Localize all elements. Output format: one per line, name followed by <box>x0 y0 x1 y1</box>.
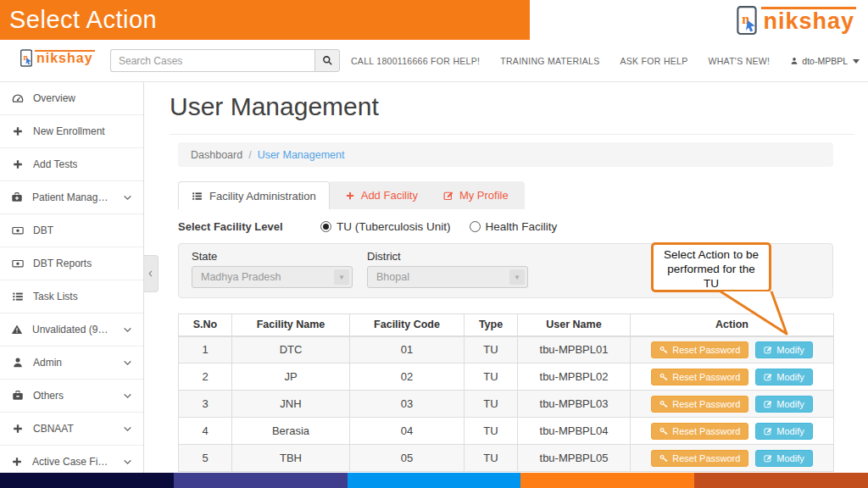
chevron-down-icon <box>123 358 132 368</box>
cell-sno: 5 <box>179 445 232 472</box>
nikshay-logo-small[interactable]: n nikshay <box>20 49 95 67</box>
tab-my-profile[interactable]: My Profile <box>431 189 521 202</box>
cell-sno: 1 <box>179 336 232 363</box>
warning-icon <box>11 324 23 336</box>
page-banner: Select Action <box>0 0 530 40</box>
key-icon <box>659 400 668 408</box>
sidebar-item-patient-management[interactable]: Patient Management <box>0 181 143 214</box>
cell-type: TU <box>465 363 518 391</box>
radio-health-facility[interactable]: Health Facility <box>470 220 558 233</box>
tab-add-facility[interactable]: Add Facility <box>332 189 431 202</box>
key-icon <box>659 346 668 354</box>
radio-icon <box>320 221 331 232</box>
state-label: State <box>192 250 353 263</box>
table-header-row: S.No Facility Name Facility Code Type Us… <box>179 314 834 336</box>
sidebar-item-dbt[interactable]: DBT <box>0 214 143 247</box>
pencil-square-icon <box>764 373 772 381</box>
header-action: Action <box>631 314 834 336</box>
sidebar: Overview New Enrollment Add Tests Patien… <box>0 82 144 473</box>
cell-type: TU <box>465 391 518 418</box>
sidebar-item-others[interactable]: Others <box>0 380 143 413</box>
reset-password-button[interactable]: Reset Password <box>651 396 748 413</box>
radio-tu[interactable]: TU (Tuberculosis Unit) <box>320 220 451 233</box>
key-icon <box>659 454 668 463</box>
chevron-down-icon <box>123 325 132 335</box>
district-label: District <box>367 250 528 263</box>
modify-button[interactable]: Modify <box>755 423 812 440</box>
sidebar-item-admin[interactable]: Admin <box>0 347 143 380</box>
cell-facility-code: 01 <box>350 336 465 363</box>
link-training-materials[interactable]: TRAINING MATERIALS <box>500 56 599 66</box>
chevron-down-icon <box>123 391 132 401</box>
gauge-icon <box>12 92 24 104</box>
cell-facility-name: JP <box>232 363 350 391</box>
chevron-down-icon <box>123 458 132 467</box>
sidebar-item-active-case-finding[interactable]: Active Case Finding <box>0 446 143 473</box>
table-row: 2 JP 02 TU tbu-MPBPL02 Reset PasswordMod… <box>179 363 834 391</box>
main-content: User Management Dashboard / User Managem… <box>144 82 868 473</box>
breadcrumb-user-management[interactable]: User Management <box>258 149 345 161</box>
cell-user-name: tbu-MPBPL03 <box>518 391 631 418</box>
user-menu[interactable]: dto-MPBPL <box>790 56 860 66</box>
district-select[interactable]: Bhopal ▾ <box>367 266 528 288</box>
breadcrumb-dashboard[interactable]: Dashboard <box>191 149 242 161</box>
modify-button[interactable]: Modify <box>755 450 812 467</box>
reset-password-button[interactable]: Reset Password <box>651 450 748 467</box>
facility-level-row: Select Facility Level TU (Tuberculosis U… <box>178 218 557 235</box>
cell-user-name: tbu-MPBPL02 <box>518 363 631 391</box>
cell-type: TU <box>465 418 518 445</box>
search-input[interactable] <box>110 49 314 72</box>
link-whats-new[interactable]: WHAT'S NEW! <box>709 56 771 66</box>
cell-type: TU <box>465 445 518 472</box>
medkit-icon <box>11 191 23 203</box>
caret-down-icon <box>853 59 860 64</box>
cell-sno: 3 <box>179 391 232 418</box>
chevron-down-icon: ▾ <box>334 269 349 285</box>
reset-password-button[interactable]: Reset Password <box>651 423 748 440</box>
reset-password-button[interactable]: Reset Password <box>651 341 748 358</box>
sidebar-item-task-lists[interactable]: Task Lists <box>0 280 143 313</box>
pencil-square-icon <box>764 346 772 354</box>
radio-icon <box>470 221 481 232</box>
state-select[interactable]: Madhya Pradesh ▾ <box>192 266 353 288</box>
sidebar-item-overview[interactable]: Overview <box>0 82 143 115</box>
chevron-down-icon <box>123 424 132 434</box>
reset-password-button[interactable]: Reset Password <box>651 369 748 385</box>
list-icon <box>12 291 24 302</box>
footer-segment <box>174 473 348 488</box>
chevron-left-icon <box>147 269 155 279</box>
sidebar-item-dbt-reports[interactable]: DBT Reports <box>0 247 143 280</box>
table-row: 1 DTC 01 TU tbu-MPBPL01 Reset PasswordMo… <box>179 336 834 363</box>
banner-title: Select Action <box>9 6 157 34</box>
link-ask-for-help[interactable]: ASK FOR HELP <box>620 56 687 66</box>
chevron-down-icon <box>123 193 132 202</box>
nikshay-logo: n nikshay <box>737 4 856 36</box>
banknote-icon <box>12 258 24 269</box>
pencil-square-icon <box>764 427 772 435</box>
link-call-help[interactable]: CALL 1800116666 FOR HELP! <box>351 56 480 66</box>
tab-bar: Facility Administration Add Facility My … <box>178 181 525 209</box>
brand-wordmark: nikshay <box>35 50 95 66</box>
breadcrumb: Dashboard / User Management <box>178 142 833 167</box>
tablet-icon: n <box>20 49 32 67</box>
search-button[interactable] <box>314 49 340 72</box>
modify-button[interactable]: Modify <box>755 396 812 413</box>
footer-segment <box>520 473 694 488</box>
sidebar-item-cbnaat[interactable]: CBNAAT <box>0 413 143 446</box>
footer-segment <box>348 473 521 488</box>
cell-user-name: tbu-MPBPL04 <box>518 418 631 445</box>
cell-facility-code: 02 <box>350 363 465 391</box>
cell-user-name: tbu-MPBPL01 <box>518 336 631 363</box>
plus-icon <box>12 158 24 170</box>
tab-facility-administration[interactable]: Facility Administration <box>178 181 330 209</box>
modify-button[interactable]: Modify <box>755 369 812 385</box>
footer-segment <box>0 473 174 488</box>
sidebar-item-new-enrollment[interactable]: New Enrollment <box>0 115 143 148</box>
title-divider <box>170 134 854 135</box>
facility-level-label: Select Facility Level <box>178 220 288 233</box>
sidebar-item-unvalidated-99dots[interactable]: Unvalidated (99DOTS) <box>0 313 143 347</box>
modify-button[interactable]: Modify <box>755 341 812 358</box>
sidebar-collapse-toggle[interactable] <box>144 255 159 292</box>
header-facility-code: Facility Code <box>350 314 465 336</box>
sidebar-item-add-tests[interactable]: Add Tests <box>0 148 143 181</box>
